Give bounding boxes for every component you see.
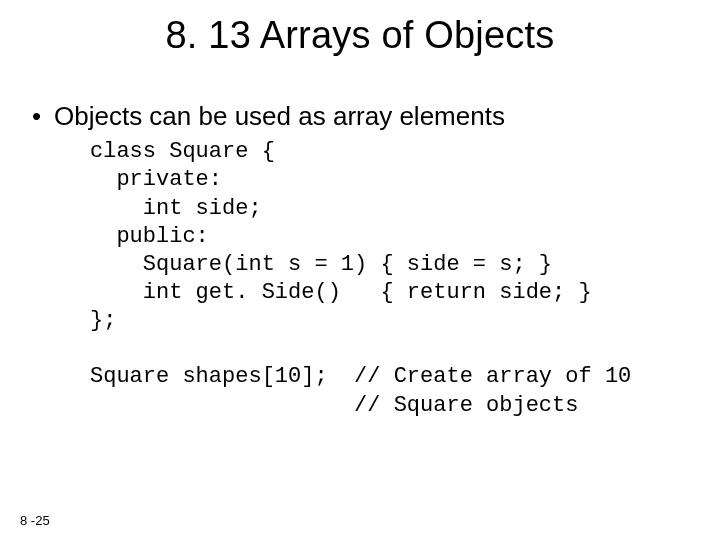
bullet-dot: • bbox=[30, 101, 54, 132]
bullet-text: Objects can be used as array elements bbox=[54, 101, 505, 132]
slide-title: 8. 13 Arrays of Objects bbox=[0, 0, 720, 57]
slide-body: • Objects can be used as array elements … bbox=[0, 57, 720, 420]
slide: 8. 13 Arrays of Objects • Objects can be… bbox=[0, 0, 720, 540]
bullet-item: • Objects can be used as array elements bbox=[30, 101, 690, 132]
code-block: class Square { private: int side; public… bbox=[30, 132, 690, 420]
slide-number: 8 -25 bbox=[20, 513, 50, 528]
